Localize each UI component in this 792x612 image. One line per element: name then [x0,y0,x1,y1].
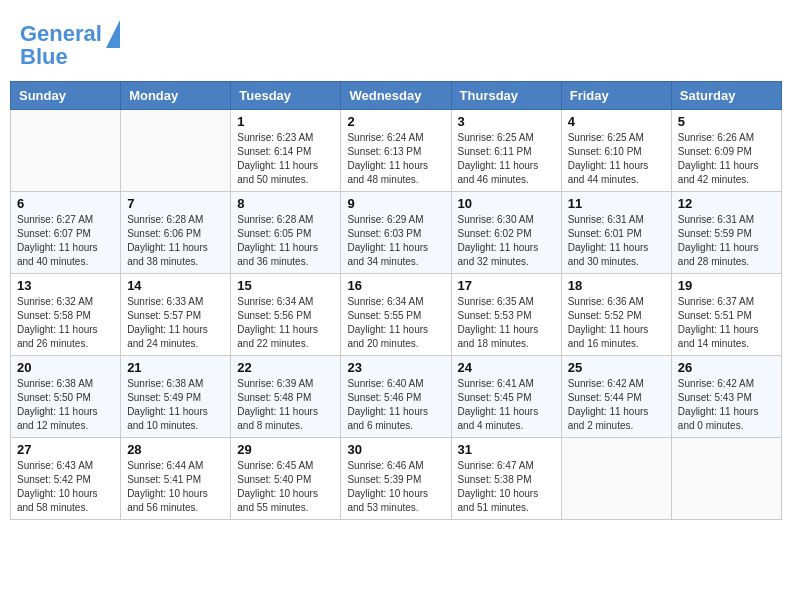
day-number: 3 [458,114,555,129]
cell-info: Sunrise: 6:32 AM Sunset: 5:58 PM Dayligh… [17,295,114,351]
cell-info: Sunrise: 6:27 AM Sunset: 6:07 PM Dayligh… [17,213,114,269]
day-number: 15 [237,278,334,293]
cell-info: Sunrise: 6:46 AM Sunset: 5:39 PM Dayligh… [347,459,444,515]
day-number: 23 [347,360,444,375]
day-number: 7 [127,196,224,211]
cell-info: Sunrise: 6:38 AM Sunset: 5:50 PM Dayligh… [17,377,114,433]
day-number: 22 [237,360,334,375]
day-number: 4 [568,114,665,129]
cell-info: Sunrise: 6:23 AM Sunset: 6:14 PM Dayligh… [237,131,334,187]
day-number: 31 [458,442,555,457]
day-number: 20 [17,360,114,375]
cell-info: Sunrise: 6:42 AM Sunset: 5:43 PM Dayligh… [678,377,775,433]
calendar-cell: 30Sunrise: 6:46 AM Sunset: 5:39 PM Dayli… [341,438,451,520]
day-number: 30 [347,442,444,457]
calendar-cell: 12Sunrise: 6:31 AM Sunset: 5:59 PM Dayli… [671,192,781,274]
calendar-cell: 10Sunrise: 6:30 AM Sunset: 6:02 PM Dayli… [451,192,561,274]
day-header-sunday: Sunday [11,82,121,110]
cell-info: Sunrise: 6:41 AM Sunset: 5:45 PM Dayligh… [458,377,555,433]
cell-info: Sunrise: 6:24 AM Sunset: 6:13 PM Dayligh… [347,131,444,187]
calendar-cell: 23Sunrise: 6:40 AM Sunset: 5:46 PM Dayli… [341,356,451,438]
calendar-cell: 17Sunrise: 6:35 AM Sunset: 5:53 PM Dayli… [451,274,561,356]
calendar-cell: 5Sunrise: 6:26 AM Sunset: 6:09 PM Daylig… [671,110,781,192]
cell-info: Sunrise: 6:35 AM Sunset: 5:53 PM Dayligh… [458,295,555,351]
calendar-cell [11,110,121,192]
calendar-week-row: 1Sunrise: 6:23 AM Sunset: 6:14 PM Daylig… [11,110,782,192]
calendar-cell: 20Sunrise: 6:38 AM Sunset: 5:50 PM Dayli… [11,356,121,438]
day-number: 14 [127,278,224,293]
calendar-cell: 1Sunrise: 6:23 AM Sunset: 6:14 PM Daylig… [231,110,341,192]
calendar-cell [121,110,231,192]
logo-blue: Blue [20,44,68,70]
cell-info: Sunrise: 6:28 AM Sunset: 6:06 PM Dayligh… [127,213,224,269]
cell-info: Sunrise: 6:37 AM Sunset: 5:51 PM Dayligh… [678,295,775,351]
calendar-cell: 21Sunrise: 6:38 AM Sunset: 5:49 PM Dayli… [121,356,231,438]
day-number: 29 [237,442,334,457]
cell-info: Sunrise: 6:25 AM Sunset: 6:11 PM Dayligh… [458,131,555,187]
calendar-cell: 31Sunrise: 6:47 AM Sunset: 5:38 PM Dayli… [451,438,561,520]
day-number: 18 [568,278,665,293]
day-header-friday: Friday [561,82,671,110]
calendar-cell: 15Sunrise: 6:34 AM Sunset: 5:56 PM Dayli… [231,274,341,356]
day-number: 25 [568,360,665,375]
cell-info: Sunrise: 6:36 AM Sunset: 5:52 PM Dayligh… [568,295,665,351]
cell-info: Sunrise: 6:33 AM Sunset: 5:57 PM Dayligh… [127,295,224,351]
day-number: 26 [678,360,775,375]
day-number: 28 [127,442,224,457]
cell-info: Sunrise: 6:28 AM Sunset: 6:05 PM Dayligh… [237,213,334,269]
calendar-cell: 4Sunrise: 6:25 AM Sunset: 6:10 PM Daylig… [561,110,671,192]
day-header-tuesday: Tuesday [231,82,341,110]
calendar-week-row: 13Sunrise: 6:32 AM Sunset: 5:58 PM Dayli… [11,274,782,356]
day-number: 9 [347,196,444,211]
day-number: 19 [678,278,775,293]
calendar-cell: 28Sunrise: 6:44 AM Sunset: 5:41 PM Dayli… [121,438,231,520]
calendar-week-row: 6Sunrise: 6:27 AM Sunset: 6:07 PM Daylig… [11,192,782,274]
cell-info: Sunrise: 6:31 AM Sunset: 5:59 PM Dayligh… [678,213,775,269]
cell-info: Sunrise: 6:45 AM Sunset: 5:40 PM Dayligh… [237,459,334,515]
calendar-cell [561,438,671,520]
calendar-cell: 14Sunrise: 6:33 AM Sunset: 5:57 PM Dayli… [121,274,231,356]
cell-info: Sunrise: 6:42 AM Sunset: 5:44 PM Dayligh… [568,377,665,433]
cell-info: Sunrise: 6:26 AM Sunset: 6:09 PM Dayligh… [678,131,775,187]
day-number: 8 [237,196,334,211]
day-number: 21 [127,360,224,375]
calendar-cell: 11Sunrise: 6:31 AM Sunset: 6:01 PM Dayli… [561,192,671,274]
cell-info: Sunrise: 6:44 AM Sunset: 5:41 PM Dayligh… [127,459,224,515]
day-number: 10 [458,196,555,211]
calendar-cell: 3Sunrise: 6:25 AM Sunset: 6:11 PM Daylig… [451,110,561,192]
cell-info: Sunrise: 6:30 AM Sunset: 6:02 PM Dayligh… [458,213,555,269]
day-number: 12 [678,196,775,211]
calendar-table: SundayMondayTuesdayWednesdayThursdayFrid… [10,81,782,520]
calendar-week-row: 27Sunrise: 6:43 AM Sunset: 5:42 PM Dayli… [11,438,782,520]
calendar-cell: 7Sunrise: 6:28 AM Sunset: 6:06 PM Daylig… [121,192,231,274]
cell-info: Sunrise: 6:40 AM Sunset: 5:46 PM Dayligh… [347,377,444,433]
calendar-cell: 19Sunrise: 6:37 AM Sunset: 5:51 PM Dayli… [671,274,781,356]
calendar-cell: 9Sunrise: 6:29 AM Sunset: 6:03 PM Daylig… [341,192,451,274]
day-number: 6 [17,196,114,211]
day-header-thursday: Thursday [451,82,561,110]
calendar-cell: 25Sunrise: 6:42 AM Sunset: 5:44 PM Dayli… [561,356,671,438]
calendar-cell: 29Sunrise: 6:45 AM Sunset: 5:40 PM Dayli… [231,438,341,520]
day-number: 1 [237,114,334,129]
calendar-cell: 27Sunrise: 6:43 AM Sunset: 5:42 PM Dayli… [11,438,121,520]
cell-info: Sunrise: 6:47 AM Sunset: 5:38 PM Dayligh… [458,459,555,515]
cell-info: Sunrise: 6:31 AM Sunset: 6:01 PM Dayligh… [568,213,665,269]
cell-info: Sunrise: 6:34 AM Sunset: 5:55 PM Dayligh… [347,295,444,351]
calendar-cell: 8Sunrise: 6:28 AM Sunset: 6:05 PM Daylig… [231,192,341,274]
cell-info: Sunrise: 6:34 AM Sunset: 5:56 PM Dayligh… [237,295,334,351]
page-header: General Blue [10,10,782,75]
day-number: 2 [347,114,444,129]
logo-triangle-icon [106,20,120,48]
cell-info: Sunrise: 6:29 AM Sunset: 6:03 PM Dayligh… [347,213,444,269]
calendar-cell: 2Sunrise: 6:24 AM Sunset: 6:13 PM Daylig… [341,110,451,192]
calendar-cell: 18Sunrise: 6:36 AM Sunset: 5:52 PM Dayli… [561,274,671,356]
day-number: 13 [17,278,114,293]
day-number: 16 [347,278,444,293]
cell-info: Sunrise: 6:25 AM Sunset: 6:10 PM Dayligh… [568,131,665,187]
calendar-cell [671,438,781,520]
logo: General Blue [20,20,120,70]
day-header-monday: Monday [121,82,231,110]
day-number: 24 [458,360,555,375]
day-number: 27 [17,442,114,457]
calendar-cell: 13Sunrise: 6:32 AM Sunset: 5:58 PM Dayli… [11,274,121,356]
